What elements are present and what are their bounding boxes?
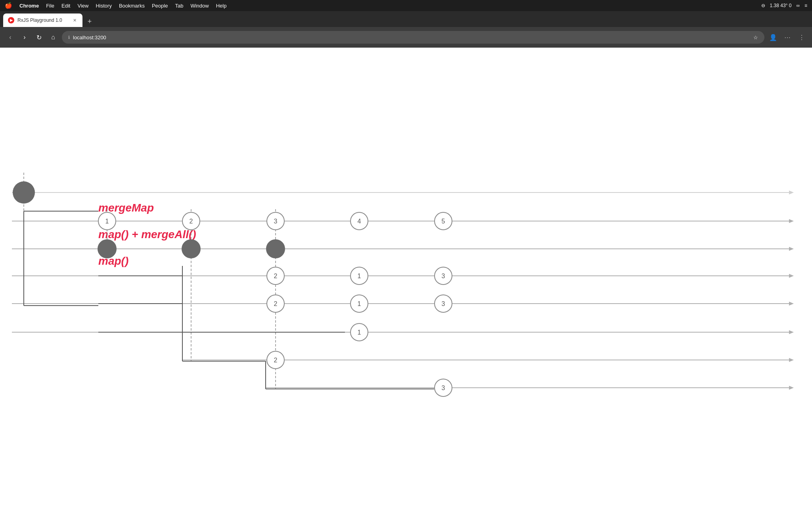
tab-title: RxJS Playground 1.0 [17,17,68,23]
new-tab-button[interactable]: + [84,16,95,27]
svg-marker-3 [789,219,794,223]
svg-marker-11 [789,330,794,334]
content-area: mergeMap map() + mergeAll() map() [0,48,812,508]
svg-text:1: 1 [358,329,361,336]
menu-bookmarks[interactable]: Bookmarks [119,3,145,9]
menu-help[interactable]: Help [216,3,227,9]
svg-marker-15 [789,386,794,390]
svg-text:3: 3 [442,385,445,391]
svg-text:2: 2 [274,357,278,364]
apple-menu[interactable]: 🍎 [5,2,12,9]
svg-text:2: 2 [274,300,278,307]
app-name: Chrome [19,3,39,9]
profile-button[interactable]: 👤 [768,32,779,43]
security-icon: ℹ [68,35,70,40]
menubar-right: ⊖ 1.38 43° 0 ∞ ≡ [761,3,807,8]
addressbar: ‹ › ↻ ⌂ ℹ localhost:3200 ☆ 👤 ⋯ ⋮ [0,27,812,48]
menu-history[interactable]: History [96,3,111,9]
address-right-controls: ☆ [753,35,758,40]
extensions-button[interactable]: ⋯ [782,32,793,43]
svg-text:1: 1 [105,218,109,225]
svg-text:5: 5 [442,218,445,225]
svg-text:2: 2 [274,273,278,279]
forward-button[interactable]: › [19,32,30,43]
active-tab[interactable]: ▶ RxJS Playground 1.0 ✕ [3,13,82,27]
diagram-svg: 1 2 3 4 5 2 1 3 2 1 [0,48,812,508]
svg-marker-9 [789,302,794,306]
menubar: 🍎 Chrome File Edit View History Bookmark… [0,0,812,11]
svg-text:4: 4 [358,218,361,225]
url-text: localhost:3200 [73,35,106,40]
menu-window[interactable]: Window [190,3,209,9]
menu-edit[interactable]: Edit [61,3,70,9]
tab-close-button[interactable]: ✕ [71,17,78,23]
svg-text:1: 1 [358,273,361,279]
svg-text:3: 3 [442,300,445,307]
menu-tab[interactable]: Tab [175,3,183,9]
svg-point-37 [182,239,201,258]
wifi-icon: ∞ [796,3,800,8]
svg-marker-7 [789,274,794,278]
svg-text:2: 2 [190,218,193,225]
svg-point-38 [266,239,285,258]
menu-file[interactable]: File [46,3,54,9]
tab-favicon: ▶ [8,17,14,23]
battery-icon: ⊖ [761,3,765,8]
home-button[interactable]: ⌂ [48,32,59,43]
svg-text:3: 3 [274,218,278,225]
svg-text:3: 3 [442,273,445,279]
svg-text:1: 1 [358,300,361,307]
address-bar[interactable]: ℹ localhost:3200 ☆ [62,31,764,44]
svg-marker-13 [789,358,794,362]
tabbar: ▶ RxJS Playground 1.0 ✕ + [0,11,812,27]
svg-marker-1 [789,190,794,194]
system-info: 1.38 43° 0 [770,3,792,8]
chrome-menu-button[interactable]: ⋮ [796,32,807,43]
bookmark-icon[interactable]: ☆ [753,35,758,40]
menu-view[interactable]: View [77,3,88,9]
reload-button[interactable]: ↻ [33,32,44,43]
back-button[interactable]: ‹ [5,32,16,43]
svg-marker-5 [789,247,794,251]
menu-people[interactable]: People [152,3,168,9]
menu-icon: ≡ [804,3,807,8]
svg-point-36 [98,239,117,258]
svg-point-25 [13,181,35,204]
